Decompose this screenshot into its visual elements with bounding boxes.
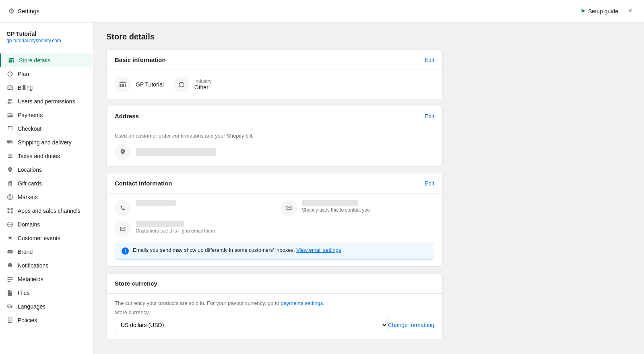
- sidebar-item-brand[interactable]: Brand: [0, 245, 93, 259]
- industry-info: Industry Other: [194, 78, 212, 91]
- sidebar-item-label-gift-cards: Gift cards: [18, 180, 42, 187]
- svg-rect-7: [9, 251, 11, 252]
- policies-icon: [6, 317, 14, 324]
- contact-info-header: Contact information Edit: [107, 173, 442, 193]
- sidebar-item-label-locations: Locations: [18, 167, 42, 173]
- basic-info-edit-link[interactable]: Edit: [425, 57, 434, 63]
- shopify-email-note: Shopify uses this to contact you: [302, 207, 370, 213]
- basic-info-header: Basic information Edit: [107, 50, 442, 70]
- contact-phone-email-row: Shopify uses this to contact you: [115, 200, 434, 216]
- currency-subtitle: The currency your products are sold in. …: [115, 300, 434, 306]
- industry-label: Industry: [194, 78, 212, 84]
- gift-icon: [6, 180, 14, 187]
- store-icon: [8, 57, 15, 64]
- sidebar-item-languages[interactable]: Languages: [0, 300, 93, 313]
- sidebar-item-label-billing: Billing: [18, 84, 33, 91]
- sidebar-item-plan[interactable]: Plan: [0, 67, 93, 81]
- sidebar-store-name: GP Tutorial: [6, 31, 87, 37]
- address-card: Address Edit Used on customer order conf…: [106, 106, 443, 167]
- contact-info-edit-link[interactable]: Edit: [425, 180, 434, 187]
- markets-icon: [6, 193, 14, 201]
- sidebar-item-shipping[interactable]: Shipping and delivery: [0, 136, 93, 149]
- customer-email-value-redacted: [136, 221, 184, 227]
- address-edit-link[interactable]: Edit: [425, 113, 434, 119]
- store-name-icon-circle: [115, 76, 131, 93]
- industry-icon-circle: [173, 76, 190, 93]
- svg-rect-1: [8, 208, 10, 210]
- basic-info-card: Basic information Edit GP Tutorial: [106, 49, 443, 99]
- sidebar-item-checkout[interactable]: Checkout: [0, 122, 93, 136]
- contact-shopify-email-item: Shopify uses this to contact you: [281, 200, 434, 216]
- brand-icon: [6, 248, 14, 255]
- change-formatting-link[interactable]: Change formatting: [388, 322, 434, 328]
- locations-icon: [6, 166, 14, 173]
- address-redacted: [136, 148, 216, 156]
- address-header: Address Edit: [107, 106, 442, 126]
- sidebar-item-label-markets: Markets: [18, 194, 38, 200]
- svg-rect-9: [8, 279, 13, 280]
- sidebar-item-label-notifications: Notifications: [18, 262, 48, 269]
- setup-guide-button[interactable]: ⚑ Setup guide: [580, 8, 618, 14]
- sidebar-item-files[interactable]: Files: [0, 286, 93, 300]
- shopify-email-info: Shopify uses this to contact you: [302, 200, 370, 213]
- sidebar-item-label-files: Files: [18, 290, 30, 296]
- sidebar-item-gift-cards[interactable]: Gift cards: [0, 177, 93, 190]
- currency-field-label: Store currency: [115, 309, 434, 315]
- billing-icon: [6, 84, 14, 91]
- contact-info-card: Contact information Edit: [106, 173, 443, 267]
- sidebar-item-label-plan: Plan: [18, 71, 29, 77]
- basic-info-title: Basic information: [115, 56, 166, 63]
- metafields-icon: [6, 276, 14, 283]
- customer-events-icon: [6, 235, 14, 242]
- sidebar-item-label-store-details: Store details: [19, 57, 50, 64]
- store-name-item: GP Tutorial: [115, 76, 164, 93]
- svg-rect-8: [8, 277, 13, 278]
- view-email-settings-link[interactable]: View email settings: [296, 247, 341, 253]
- close-button[interactable]: ×: [625, 6, 636, 17]
- topbar: ⚙ Settings ⚑ Setup guide ×: [0, 0, 644, 23]
- users-icon: [6, 98, 14, 105]
- sidebar-item-users-permissions[interactable]: Users and permissions: [0, 95, 93, 108]
- payments-settings-link[interactable]: payments settings: [281, 300, 323, 306]
- sidebar-item-policies[interactable]: Policies: [0, 313, 93, 327]
- sidebar-item-customer-events[interactable]: Customer events: [0, 231, 93, 245]
- phone-value-redacted: [136, 200, 176, 206]
- store-currency-body: The currency your products are sold in. …: [107, 294, 442, 339]
- sidebar-item-payments[interactable]: Payments: [0, 108, 93, 122]
- sidebar-item-markets[interactable]: Markets: [0, 190, 93, 204]
- sidebar-item-domains[interactable]: Domains: [0, 218, 93, 231]
- app-layout: GP Tutorial gp-tutorial.myshopify.com St…: [0, 23, 644, 354]
- languages-icon: [6, 303, 14, 310]
- svg-rect-3: [8, 212, 10, 214]
- customer-email-note: Customers see this if you email them: [136, 228, 215, 234]
- address-subtitle: Used on customer order confirmations and…: [115, 133, 434, 139]
- address-row: [115, 144, 434, 160]
- sidebar-item-label-languages: Languages: [18, 303, 45, 310]
- store-name-value: GP Tutorial: [136, 81, 164, 88]
- currency-select[interactable]: US dollars (USD): [115, 318, 388, 332]
- domains-icon: [6, 221, 14, 228]
- contact-phone-item: [115, 200, 268, 216]
- sidebar-item-apps[interactable]: Apps and sales channels: [0, 204, 93, 218]
- sidebar-store-info: GP Tutorial gp-tutorial.myshopify.com: [0, 31, 93, 50]
- plan-icon: [6, 70, 14, 78]
- sidebar-store-url[interactable]: gp-tutorial.myshopify.com: [6, 38, 61, 43]
- sidebar-item-label-taxes: Taxes and duties: [18, 153, 60, 159]
- sidebar-item-label-brand: Brand: [18, 249, 33, 255]
- contact-info-title: Contact information: [115, 180, 172, 187]
- sidebar-item-metafields[interactable]: Metafields: [0, 272, 93, 286]
- svg-rect-4: [11, 212, 13, 214]
- topbar-title: Settings: [18, 8, 39, 14]
- sidebar-item-store-details[interactable]: Store details: [0, 54, 93, 67]
- sidebar-item-label-domains: Domains: [18, 221, 40, 228]
- sidebar-item-locations[interactable]: Locations: [0, 163, 93, 177]
- sidebar-item-billing[interactable]: Billing: [0, 81, 93, 95]
- store-currency-title: Store currency: [115, 280, 157, 287]
- sidebar-item-notifications[interactable]: Notifications: [0, 259, 93, 272]
- sidebar-item-taxes[interactable]: Taxes and duties: [0, 149, 93, 163]
- email-icon-circle-customer: [115, 221, 131, 237]
- info-icon: i: [122, 247, 129, 255]
- phone-icon-circle: [115, 200, 131, 216]
- basic-info-body: GP Tutorial Industry Other: [107, 70, 442, 99]
- address-body: Used on customer order confirmations and…: [107, 126, 442, 166]
